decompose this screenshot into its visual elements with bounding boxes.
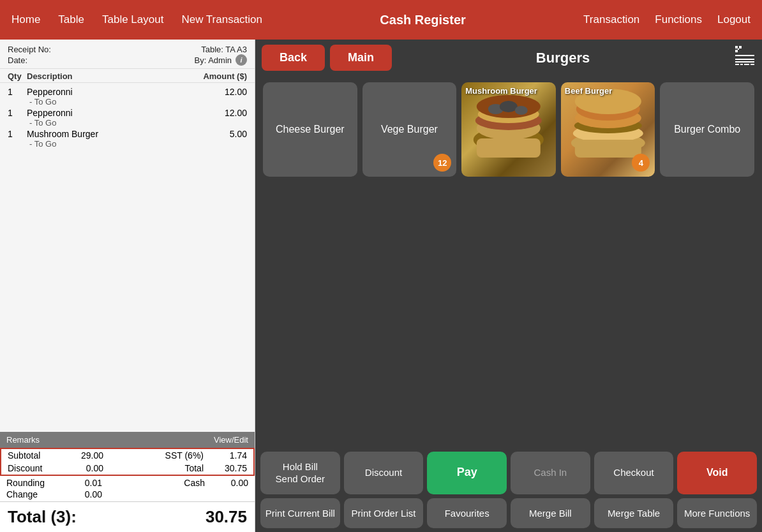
receipt-item[interactable]: 1 Pepperonni - To Go 12.00 xyxy=(8,87,247,107)
product-card[interactable]: Cheese Burger xyxy=(263,82,357,177)
info-icon[interactable]: i xyxy=(235,54,247,66)
product-cell[interactable]: Beef Burger 4 xyxy=(558,80,658,179)
receipt-items: 1 Pepperonni - To Go 12.00 1 Pepperonni … xyxy=(0,83,255,432)
product-grid: Cheese Burger Vege Burger 12 xyxy=(255,76,762,448)
remarks-label: Remarks xyxy=(6,435,40,445)
action-row-2: Print Current BillPrint Order ListFavour… xyxy=(260,498,757,529)
product-badge: 12 xyxy=(433,154,451,172)
main-layout: Receipt No: Table: TA A3 Date: By: Admin… xyxy=(0,40,762,532)
svg-rect-10 xyxy=(751,64,754,65)
col-amt: Amount ($) xyxy=(203,71,247,81)
rounding-label: Rounding xyxy=(6,478,64,488)
change-label: Change xyxy=(6,489,64,499)
product-card[interactable]: Vege Burger 12 xyxy=(362,82,457,177)
item-amt: 12.00 xyxy=(225,87,247,97)
nav-transaction[interactable]: Transaction xyxy=(583,13,639,26)
total-label-main: Total (3): xyxy=(8,507,77,527)
view-edit-button[interactable]: View/Edit xyxy=(214,435,248,445)
item-desc: Pepperonni - To Go xyxy=(27,87,225,107)
total-bar: Total (3): 30.75 xyxy=(0,501,255,532)
action-button[interactable]: Void xyxy=(677,452,757,494)
nav-logout[interactable]: Logout xyxy=(717,13,751,26)
col-desc: Description xyxy=(27,71,203,81)
action-button[interactable]: Print Order List xyxy=(344,498,424,529)
action-button[interactable]: Cash In xyxy=(511,452,590,494)
summary-area: Subtotal 29.00 SST (6%) 1.74 Discount 0.… xyxy=(0,448,255,476)
item-desc: Pepperonni - To Go xyxy=(27,108,225,128)
date-label: Date: xyxy=(8,55,27,65)
top-actions: Back Main Burgers xyxy=(255,40,762,76)
action-button[interactable]: Merge Table xyxy=(594,498,674,529)
back-button[interactable]: Back xyxy=(262,45,325,71)
action-button[interactable]: Hold Bill Send Order xyxy=(260,452,340,494)
by-label: By: Admin xyxy=(194,55,232,65)
product-name: Cheese Burger xyxy=(271,119,350,140)
receipt-no-label: Receipt No: xyxy=(8,45,51,54)
product-name: Burger Combo xyxy=(669,119,745,140)
top-nav: Home Table Table Layout New Transaction … xyxy=(0,0,762,40)
product-card[interactable]: Burger Combo xyxy=(660,82,754,177)
item-qty: 1 xyxy=(8,87,27,97)
product-cell[interactable]: Burger Combo xyxy=(657,80,757,179)
svg-rect-2 xyxy=(739,46,742,48)
receipt-item[interactable]: 1 Mushroom Burger - To Go 5.00 xyxy=(8,129,247,149)
action-button[interactable]: Pay xyxy=(427,452,507,494)
svg-rect-0 xyxy=(735,50,738,52)
main-button[interactable]: Main xyxy=(330,45,392,71)
change-value: 0.00 xyxy=(64,489,102,499)
action-row-1: Hold Bill Send OrderDiscountPayCash InCh… xyxy=(260,452,757,494)
category-title: Burgers xyxy=(397,50,729,66)
cash-label: Cash xyxy=(102,478,210,488)
receipt-item[interactable]: 1 Pepperonni - To Go 12.00 xyxy=(8,108,247,128)
item-sub-desc: - To Go xyxy=(27,97,225,107)
product-name: Mushroom Burger xyxy=(465,86,552,96)
action-button[interactable]: Print Current Bill xyxy=(260,498,340,529)
svg-point-18 xyxy=(515,106,528,115)
total-value-main: 30.75 xyxy=(205,507,247,527)
item-qty: 1 xyxy=(8,108,27,118)
svg-rect-1 xyxy=(735,46,738,48)
item-sub-desc: - To Go xyxy=(27,139,230,149)
svg-rect-6 xyxy=(735,61,754,63)
item-qty: 1 xyxy=(8,129,27,139)
subtotal-label: Subtotal xyxy=(8,450,65,461)
action-button[interactable]: More Functions xyxy=(677,498,757,529)
nav-functions[interactable]: Functions xyxy=(655,13,702,26)
svg-rect-5 xyxy=(735,59,754,60)
nav-right: Transaction Functions Logout xyxy=(583,13,751,26)
receipt-columns: Qty Description Amount ($) xyxy=(0,69,255,83)
nav-table-layout[interactable]: Table Layout xyxy=(102,13,163,26)
action-button[interactable]: Checkout xyxy=(594,452,674,494)
nav-home[interactable]: Home xyxy=(11,13,40,26)
product-cell[interactable]: Vege Burger 12 xyxy=(360,80,459,179)
nav-new-transaction[interactable]: New Transaction xyxy=(181,13,262,26)
subtotal-value: 29.00 xyxy=(65,450,103,461)
scan-icon[interactable] xyxy=(734,45,756,71)
item-sub-desc: - To Go xyxy=(27,118,225,128)
right-panel: Back Main Burgers xyxy=(255,40,762,532)
total-label: Total xyxy=(103,463,209,473)
nav-left: Home Table Table Layout New Transaction xyxy=(11,13,262,26)
cash-value: 0.00 xyxy=(210,478,248,488)
total-value: 30.75 xyxy=(209,463,247,473)
action-button[interactable]: Favourites xyxy=(427,498,507,529)
product-cell[interactable]: Mushroom Burger xyxy=(459,80,558,179)
item-amt: 12.00 xyxy=(225,108,247,118)
product-name: Vege Burger xyxy=(376,119,443,140)
discount-value: 0.00 xyxy=(65,463,103,473)
svg-rect-7 xyxy=(735,64,739,65)
item-amt: 5.00 xyxy=(230,129,247,139)
summary-extra: Rounding 0.01 Cash 0.00 Change 0.00 xyxy=(0,476,255,501)
nav-table[interactable]: Table xyxy=(58,13,84,26)
receipt-panel: Receipt No: Table: TA A3 Date: By: Admin… xyxy=(0,40,255,532)
rounding-value: 0.01 xyxy=(64,478,102,488)
table-label: Table: TA A3 xyxy=(201,45,247,54)
item-desc: Mushroom Burger - To Go xyxy=(27,129,230,149)
svg-rect-26 xyxy=(575,140,641,158)
svg-rect-3 xyxy=(738,48,739,50)
action-button[interactable]: Discount xyxy=(344,452,424,494)
action-button[interactable]: Merge Bill xyxy=(511,498,590,529)
product-cell[interactable]: Cheese Burger xyxy=(260,80,360,179)
svg-rect-9 xyxy=(744,64,749,65)
discount-label: Discount xyxy=(8,463,65,473)
